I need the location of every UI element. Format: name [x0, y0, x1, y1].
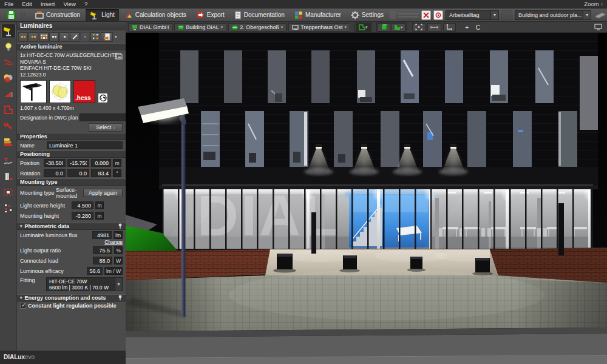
cube-bench[interactable]	[472, 258, 493, 275]
rotation-z-input[interactable]	[91, 169, 111, 177]
magic-wand-button[interactable]	[70, 32, 80, 42]
fitting-select[interactable]: HIT-DE-CE 70W 6600 lm | 3000 K | 70.0 W	[46, 277, 123, 291]
upper-window-row[interactable]	[180, 50, 554, 103]
manufacturer-logo[interactable]: .hess	[73, 80, 95, 103]
field-arrangement-button[interactable]	[39, 32, 49, 42]
light-scene-select[interactable]: Arbeitsalltag	[446, 10, 499, 20]
energy-header[interactable]: Energy consumption and costs	[17, 294, 126, 302]
delete-light-scene-button[interactable]	[421, 10, 431, 20]
record-light-scene-button[interactable]	[433, 10, 443, 20]
tool-columns[interactable]	[1, 169, 16, 184]
apply-again-button[interactable]: Apply again	[83, 189, 123, 197]
position-x-input[interactable]	[44, 159, 66, 167]
tab-export[interactable]: Export	[192, 9, 229, 21]
panel-title: Luminaires	[17, 22, 126, 30]
tool-text-spline[interactable]	[1, 153, 16, 168]
tab-label: Documentation	[244, 12, 285, 18]
site-button[interactable]: DIAL GmbH	[128, 23, 172, 32]
menu-view[interactable]: View	[63, 1, 75, 7]
lower-window-row[interactable]	[201, 111, 577, 167]
polar-diagram-thumbnail[interactable]	[49, 80, 71, 103]
chevron-right-icon	[601, 1, 603, 7]
tool-filters[interactable]	[1, 87, 16, 101]
pin-icon[interactable]	[118, 295, 123, 302]
dark-slab-left[interactable]	[311, 212, 316, 254]
tab-light[interactable]: Light	[86, 9, 119, 21]
flux-input[interactable]	[92, 231, 112, 239]
photometric-header[interactable]: Photometric data	[17, 223, 126, 230]
line-arrangement-button[interactable]	[29, 32, 38, 42]
position-z-input[interactable]	[91, 159, 111, 167]
render-viewport[interactable]: DIAL	[126, 33, 607, 364]
planning-mode-select[interactable]: Building and outdoor pla...	[515, 10, 591, 20]
plus-icon: +	[465, 24, 469, 31]
floor-select[interactable]: 2. Obergeschoß	[228, 23, 287, 32]
rotation-y-input[interactable]	[67, 169, 89, 177]
lamp-pole[interactable]	[181, 120, 186, 317]
tool-cables[interactable]	[1, 55, 16, 70]
copy-arrangement-button[interactable]	[90, 32, 100, 42]
rotation-x-input[interactable]	[44, 169, 66, 177]
redo-button[interactable]	[24, 11, 25, 19]
tab-calculation-objects[interactable]: Calculation objects	[120, 9, 191, 21]
fullscreen-button[interactable]	[592, 23, 605, 32]
save-button[interactable]	[2, 9, 20, 21]
lor-label: Light output ratio	[20, 248, 91, 254]
lor-input[interactable]	[93, 246, 112, 254]
chevron-down-icon[interactable]	[115, 35, 117, 39]
plan-view-next-button[interactable]	[391, 23, 406, 32]
select-luminaire-button[interactable]: Select	[89, 123, 123, 132]
tool-rooms[interactable]	[1, 103, 16, 117]
tab-construction[interactable]: Construction	[31, 9, 84, 21]
coordinate-axes-button[interactable]	[443, 23, 456, 32]
measure-button[interactable]	[427, 23, 441, 32]
tab-documentation[interactable]: Documentation	[230, 9, 289, 21]
building-select[interactable]: Building DIAL	[174, 23, 226, 32]
view-3d-button[interactable]	[378, 23, 390, 32]
tab-manufacturer[interactable]: Manufacturer	[290, 9, 345, 21]
room-select[interactable]: Treppenhaus Ost	[288, 23, 350, 32]
tool-arrangements[interactable]	[1, 201, 16, 215]
dwg-label: Designation in DWG plan	[20, 115, 78, 121]
tool-luminaires[interactable]	[1, 24, 16, 38]
tab-label: Export	[207, 12, 225, 18]
rotate-luminaire-button[interactable]	[98, 93, 108, 103]
pair-arrangement-button[interactable]	[49, 32, 59, 42]
mh-input[interactable]	[72, 212, 93, 220]
ground-floor-interior[interactable]: DIAL	[162, 184, 594, 249]
change-link[interactable]: Change	[104, 239, 123, 245]
pin-icon[interactable]	[118, 223, 123, 230]
import-file-button[interactable]	[101, 32, 113, 42]
name-input[interactable]	[47, 141, 123, 149]
add-view-button[interactable]: +	[463, 23, 471, 32]
tool-colours[interactable]	[1, 71, 16, 86]
refresh-view-button[interactable]: C	[473, 23, 483, 32]
single-arrangement-button[interactable]	[18, 32, 28, 42]
lch-input[interactable]	[72, 201, 93, 209]
zoom-to-selection-button[interactable]	[412, 23, 426, 32]
tab-settings[interactable]: Settings	[347, 9, 388, 21]
dwg-input[interactable]	[80, 113, 126, 121]
menu-insert[interactable]: Insert	[41, 1, 55, 7]
undo-button[interactable]	[21, 11, 22, 19]
tool-lamps[interactable]	[1, 39, 16, 54]
load-input[interactable]	[93, 257, 112, 265]
building-label: Building DIAL	[186, 24, 219, 30]
menu-edit[interactable]: Edit	[22, 1, 32, 7]
tool-energy[interactable]	[1, 134, 16, 149]
mounting-type-row: Mounting type Surface-mounted Apply agai…	[17, 186, 126, 200]
catalog-icon[interactable]	[115, 53, 123, 61]
plan-view-button[interactable]	[356, 23, 371, 32]
dark-slab-right[interactable]	[558, 203, 564, 255]
menu-file[interactable]: File	[4, 1, 13, 7]
constant-light-checkbox[interactable]	[20, 303, 26, 309]
zoom-menu[interactable]: Zoom	[584, 1, 603, 7]
flux-label: Luminaire luminous flux	[20, 232, 90, 238]
cube-3d-icon	[381, 24, 387, 30]
position-y-input[interactable]	[67, 159, 89, 167]
menu-help[interactable]: ?	[84, 1, 87, 7]
tool-maintenance[interactable]	[1, 118, 16, 133]
luminaire-photo-thumbnail[interactable]	[20, 80, 47, 103]
tool-openings[interactable]	[1, 185, 16, 200]
single-luminaire-button[interactable]	[59, 32, 69, 42]
